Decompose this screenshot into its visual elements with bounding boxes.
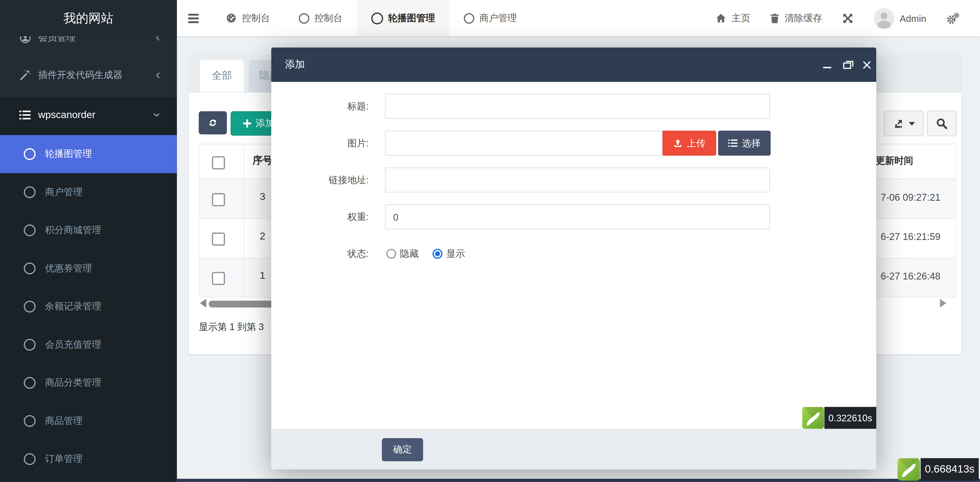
filter-tab-all[interactable]: 全部 — [200, 60, 244, 92]
minimize-button[interactable] — [823, 48, 832, 82]
submenu-label: 商户管理 — [45, 186, 83, 198]
tab-carousel-admin[interactable]: 轮播图管理 — [357, 0, 449, 36]
row-checkbox[interactable] — [212, 272, 225, 285]
updated-header: 更新时间 — [876, 155, 913, 167]
link-input[interactable] — [385, 167, 770, 192]
radio-hide-label: 隐藏 — [400, 241, 419, 266]
sidebar-item-wpscanorder[interactable]: wpscanorder — [0, 101, 177, 129]
upload-label: 上传 — [687, 137, 706, 149]
circle-icon — [24, 339, 36, 351]
export-button[interactable] — [884, 111, 924, 136]
circle-icon — [24, 148, 36, 160]
choose-button[interactable]: 选择 — [718, 130, 771, 156]
sidebar-item-plugin-generator[interactable]: 插件开发代码生成器 — [0, 61, 177, 89]
row-checkbox[interactable] — [212, 232, 225, 246]
settings-button[interactable] — [936, 0, 970, 36]
scroll-left-arrow[interactable] — [200, 299, 206, 307]
tab-label: 控制台 — [242, 12, 270, 24]
submenu-label: 商品管理 — [45, 415, 83, 427]
page-render-time-badge: 0.668413s — [897, 458, 979, 481]
select-all-checkbox[interactable] — [212, 156, 225, 169]
submenu-label: 商品分类管理 — [45, 377, 101, 389]
sidebar-item-member-recharge[interactable]: 会员充值管理 — [0, 326, 177, 364]
submenu-label: 余额记录管理 — [45, 301, 101, 313]
title-input[interactable] — [385, 94, 770, 119]
image-input[interactable] — [385, 130, 662, 156]
modal-render-time-badge: 0.322610s — [802, 407, 876, 429]
plus-icon — [243, 119, 251, 127]
sidebar-item-merchant-admin[interactable]: 商户管理 — [0, 173, 177, 212]
dialog-header[interactable]: 添加 — [271, 48, 876, 82]
pagination-summary: 显示第 1 到第 3 — [199, 321, 264, 333]
submenu-label: 订单管理 — [45, 453, 83, 465]
thinkphp-leaf-icon — [802, 407, 824, 429]
row-updated: 7-06 09:27:21 — [881, 192, 954, 203]
circle-icon — [24, 186, 36, 198]
form-row-weight: 权重: — [271, 204, 876, 229]
submenu-label: 会员充值管理 — [45, 339, 101, 351]
search-button[interactable] — [927, 111, 957, 136]
scroll-right-arrow[interactable] — [940, 299, 947, 307]
confirm-button[interactable]: 确定 — [382, 438, 423, 461]
form-row-status: 状态: 隐藏 显示 — [271, 241, 876, 266]
form-row-link: 链接地址: — [271, 167, 876, 192]
fullscreen-icon — [842, 12, 854, 24]
sidebar-toggle-button[interactable] — [188, 13, 200, 24]
circle-icon — [24, 377, 36, 389]
magic-wand-icon — [18, 69, 32, 81]
tab-console-2[interactable]: 控制台 — [284, 0, 357, 36]
tab-label: 商户管理 — [479, 12, 517, 24]
clear-cache-button[interactable]: 清除缓存 — [760, 0, 832, 36]
submenu-label: 积分商城管理 — [45, 224, 101, 236]
user-menu[interactable]: Admin — [864, 0, 936, 36]
radio-show[interactable] — [433, 249, 442, 259]
tab-label: 控制台 — [314, 12, 342, 24]
list-icon — [728, 139, 738, 147]
sidebar-item-label: 插件开发代码生成器 — [38, 69, 155, 81]
sidebar-item-carousel-admin[interactable]: 轮播图管理 — [0, 135, 177, 173]
close-button[interactable] — [862, 48, 871, 82]
tab-merchant-admin[interactable]: 商户管理 — [449, 0, 531, 36]
radio-hide[interactable] — [387, 249, 396, 259]
circle-icon — [299, 13, 310, 24]
tab-console-1[interactable]: 控制台 — [211, 0, 284, 36]
thinkphp-leaf-icon — [897, 458, 921, 481]
circle-icon — [24, 453, 36, 465]
fullscreen-button[interactable] — [832, 0, 864, 36]
weight-label: 权重: — [271, 204, 369, 229]
weight-input[interactable] — [385, 204, 770, 229]
circle-icon — [24, 224, 36, 236]
dashboard-icon — [226, 13, 237, 24]
brand-title: 我的网站 — [0, 0, 177, 36]
sidebar-item-points-mall[interactable]: 积分商城管理 — [0, 211, 177, 250]
home-label: 主页 — [732, 12, 751, 24]
sidebar-item-goods-category[interactable]: 商品分类管理 — [0, 364, 177, 402]
trash-icon — [770, 13, 780, 24]
sidebar-item-balance-log[interactable]: 余额记录管理 — [0, 288, 177, 326]
status-label: 状态: — [271, 241, 369, 266]
refresh-icon — [208, 118, 218, 128]
submenu-label: 轮播图管理 — [45, 148, 92, 160]
caret-down-icon — [909, 122, 915, 126]
title-label: 标题: — [271, 94, 369, 119]
form-row-title: 标题: — [271, 94, 876, 119]
sidebar-item-order-admin[interactable]: 订单管理 — [0, 440, 177, 478]
circle-icon — [24, 262, 36, 274]
page-render-time: 0.668413s — [921, 458, 979, 481]
link-label: 链接地址: — [271, 167, 369, 192]
circle-icon — [24, 415, 36, 427]
refresh-button[interactable] — [199, 111, 227, 134]
upload-button[interactable]: 上传 — [662, 130, 716, 156]
minimize-icon — [823, 60, 832, 69]
chevron-down-icon — [153, 112, 161, 118]
sidebar-item-coupons[interactable]: 优惠券管理 — [0, 250, 177, 288]
submenu-label: 优惠券管理 — [45, 262, 92, 274]
row-checkbox[interactable] — [212, 193, 225, 206]
sidebar: 会员管理 插件开发代码生成器 wpscanorder 轮播图管理 商户管理 — [0, 0, 177, 482]
tab-label: 轮播图管理 — [388, 12, 435, 24]
hamburger-icon — [188, 13, 200, 24]
sidebar-item-goods-admin[interactable]: 商品管理 — [0, 402, 177, 440]
app-window: 控制台 控制台 轮播图管理 商户管理 主页 清除缓存 — [0, 0, 980, 482]
home-button[interactable]: 主页 — [706, 0, 760, 36]
maximize-button[interactable] — [843, 48, 854, 82]
